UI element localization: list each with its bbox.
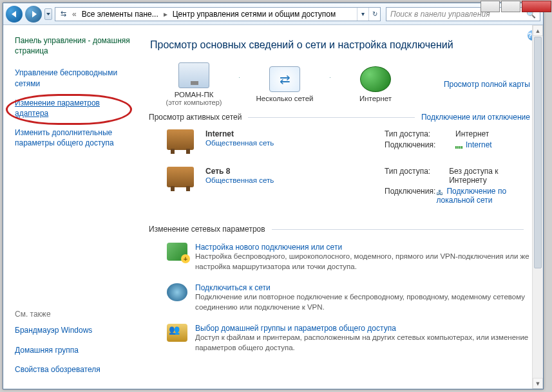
network-item-2: Сеть 8 Общественная сеть Тип доступа: Бе… [149,163,530,218]
computer-icon [178,62,209,88]
active-networks-label: Просмотр активных сетей [149,113,242,122]
new-connection-icon [167,243,187,261]
address-bar[interactable]: « Все элементы пане... ▸ Центр управлени… [55,7,381,21]
network-2-access-value: Без доступа к Интернету [449,167,530,185]
settings-list: Настройка нового подключения или сети На… [149,238,530,359]
connect-network-icon [167,283,187,301]
setting-new-connection: Настройка нового подключения или сети На… [149,238,530,278]
back-button[interactable] [6,6,23,23]
scroll-up-button[interactable]: ▲ [533,25,543,36]
setting-2-desc: Подключение или повторное подключение к … [195,292,530,312]
navigation-bar: « Все элементы пане... ▸ Центр управлени… [3,3,543,25]
sidebar-link-sharing[interactable]: Изменить дополнительные параметры общего… [15,127,135,148]
search-placeholder: Поиск в панели управления [390,10,490,19]
breadcrumb-seg-1[interactable]: Все элементы пане... [79,8,161,21]
network-2-conn-link[interactable]: Подключение по локальной сети [436,187,530,205]
network-icon-bench [167,129,194,150]
networks-icon [269,66,300,92]
map-pc-sub: (этот компьютер) [149,98,239,106]
sidebar: Панель управления - домашняя страница Уп… [3,25,140,389]
window-body: Панель управления - домашняя страница Уп… [3,25,543,389]
content-pane: ?▾ Просмотр основных сведений о сети и н… [140,25,543,389]
maximize-button[interactable] [501,1,520,12]
network-2-conn-label: Подключения: [385,187,436,205]
signal-icon [455,141,463,149]
change-settings-label: Изменение сетевых параметров [149,225,265,234]
globe-icon [360,66,391,92]
window-chrome [479,1,551,12]
ethernet-icon [436,188,444,196]
network-2-type-link[interactable]: Общественная сеть [205,176,274,184]
address-dropdown-button[interactable]: ▾ [357,8,368,21]
vertical-scrollbar[interactable]: ▲ ▼ [532,25,543,389]
view-full-map-link[interactable]: Просмотр полной карты [421,80,530,89]
network-1-conn-label: Подключения: [385,140,455,149]
close-button[interactable] [522,1,551,12]
network-icon [58,9,68,19]
recent-locations-button[interactable] [44,8,52,20]
setting-homegroup: Выбор домашней группы и параметров общег… [149,319,530,359]
sidebar-seealso-browser[interactable]: Свойства обозревателя [15,364,135,375]
chevron-right-icon: ▸ [161,10,170,19]
page-title: Просмотр основных сведений о сети и наст… [150,39,530,51]
refresh-button[interactable]: ↻ [368,8,380,21]
setting-1-link[interactable]: Настройка нового подключения или сети [195,243,342,252]
network-2-access-label: Тип доступа: [385,167,449,185]
connect-disconnect-link[interactable]: Подключение или отключение [421,113,530,122]
scroll-down-button[interactable]: ▼ [533,378,543,389]
sidebar-link-wireless[interactable]: Управление беспроводными сетями [15,68,135,88]
map-this-pc: РОМАН-ПК (этот компьютер) [149,62,239,106]
setting-connect-network: Подключиться к сети Подключение или повт… [149,278,530,319]
network-1-conn-link[interactable]: Internet [455,140,492,149]
homegroup-icon [167,324,187,342]
network-1-type-link[interactable]: Общественная сеть [205,139,274,147]
setting-3-desc: Доступ к файлам и принтерам, расположенн… [195,333,530,353]
map-internet-label: Интернет [330,95,421,102]
breadcrumb-seg-2[interactable]: Центр управления сетями и общим доступом [170,8,339,21]
breadcrumb-root-chevron[interactable]: « [70,10,79,19]
scroll-thumb[interactable] [534,37,542,268]
network-1-access-value: Интернет [455,129,489,138]
map-mid-label: Несколько сетей [240,95,330,102]
control-panel-window: « Все элементы пане... ▸ Центр управлени… [3,3,544,389]
map-pc-name: РОМАН-ПК [149,91,239,98]
network-item-1: Internet Общественная сеть Тип доступа: … [149,126,530,163]
network-1-name: Internet [205,129,373,138]
network-map: РОМАН-ПК (этот компьютер) Несколько сете… [149,62,530,106]
sidebar-link-adapter-highlight: Изменение параметров адаптера [15,98,135,127]
sidebar-home-link[interactable]: Панель управления - домашняя страница [15,35,135,56]
forward-button[interactable] [25,6,42,23]
change-settings-header: Изменение сетевых параметров [149,225,530,234]
network-2-name: Сеть 8 [205,167,373,176]
active-networks-header: Просмотр активных сетей Подключение или … [149,113,530,122]
setting-2-link[interactable]: Подключиться к сети [195,283,271,292]
sidebar-seealso-label: См. также [15,310,135,319]
sidebar-seealso-homegroup[interactable]: Домашняя группа [15,345,135,355]
sidebar-link-adapter[interactable]: Изменение параметров адаптера [15,98,135,118]
network-icon-bench [167,167,194,187]
sidebar-seealso-firewall[interactable]: Брандмауэр Windows [15,325,135,335]
network-1-access-label: Тип доступа: [385,129,455,138]
map-internet: Интернет [330,66,421,102]
minimize-button[interactable] [481,1,500,12]
setting-1-desc: Настройка беспроводного, широкополосного… [195,252,530,272]
setting-3-link[interactable]: Выбор домашней группы и параметров общег… [195,324,396,333]
map-networks: Несколько сетей [240,66,330,102]
